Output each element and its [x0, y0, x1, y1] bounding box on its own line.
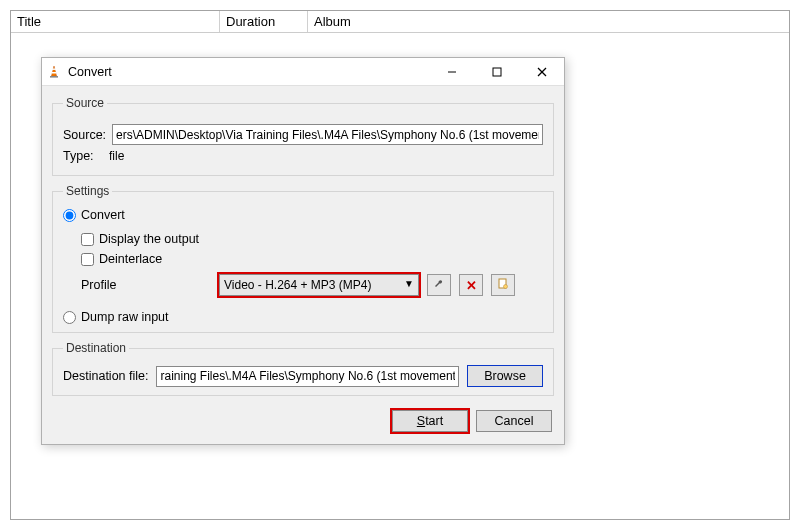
dump-radio-input[interactable] [63, 311, 76, 324]
svg-rect-2 [52, 72, 57, 74]
display-output-input[interactable] [81, 233, 94, 246]
source-input[interactable] [112, 124, 543, 145]
minimize-button[interactable] [429, 58, 474, 86]
svg-rect-3 [50, 76, 58, 78]
svg-rect-1 [52, 68, 56, 69]
titlebar[interactable]: Convert [42, 58, 564, 86]
browse-button[interactable]: Browse [467, 365, 543, 387]
close-button[interactable] [519, 58, 564, 86]
start-button[interactable]: Start [392, 410, 468, 432]
destination-input[interactable] [156, 366, 459, 387]
column-duration[interactable]: Duration [220, 11, 308, 32]
column-headers: Title Duration Album [11, 11, 789, 33]
type-value: file [109, 149, 124, 163]
delete-profile-button[interactable]: ✕ [459, 274, 483, 296]
svg-rect-5 [493, 68, 501, 76]
x-icon: ✕ [466, 278, 477, 293]
settings-group: Settings Convert Display the output Dein… [52, 184, 554, 333]
convert-radio-input[interactable] [63, 209, 76, 222]
column-title[interactable]: Title [11, 11, 220, 32]
dump-radio-label: Dump raw input [81, 310, 169, 324]
svg-marker-0 [52, 66, 57, 76]
destination-group: Destination Destination file: Browse [52, 341, 554, 396]
deinterlace-label: Deinterlace [99, 252, 162, 266]
display-output-checkbox[interactable]: Display the output [81, 232, 543, 246]
new-doc-icon [497, 278, 509, 293]
display-output-label: Display the output [99, 232, 199, 246]
cancel-button[interactable]: Cancel [476, 410, 552, 432]
destination-label: Destination file: [63, 369, 148, 383]
source-label: Source: [63, 128, 106, 142]
cancel-label: Cancel [495, 414, 534, 428]
source-group: Source Source: Type: file [52, 96, 554, 176]
convert-radio[interactable]: Convert [63, 208, 543, 222]
source-legend: Source [63, 96, 107, 110]
dialog-title: Convert [66, 65, 429, 79]
deinterlace-input[interactable] [81, 253, 94, 266]
profile-select[interactable]: Video - H.264 + MP3 (MP4) ▼ [219, 274, 419, 296]
maximize-button[interactable] [474, 58, 519, 86]
vlc-cone-icon [42, 65, 66, 79]
destination-legend: Destination [63, 341, 129, 355]
profile-value: Video - H.264 + MP3 (MP4) [224, 278, 372, 292]
convert-radio-label: Convert [81, 208, 125, 222]
convert-dialog: Convert Source Source: Type: file [41, 57, 565, 445]
settings-legend: Settings [63, 184, 112, 198]
type-label: Type: [63, 149, 103, 163]
playlist-panel: Title Duration Album Convert [10, 10, 790, 520]
chevron-down-icon: ▼ [404, 278, 414, 289]
new-profile-button[interactable] [491, 274, 515, 296]
browse-label: Browse [484, 369, 526, 383]
edit-profile-button[interactable] [427, 274, 451, 296]
profile-label: Profile [81, 278, 211, 292]
column-album[interactable]: Album [308, 11, 789, 32]
dialog-buttons: Start Cancel [52, 404, 554, 434]
wrench-icon [433, 278, 445, 293]
dump-radio[interactable]: Dump raw input [63, 310, 543, 324]
start-label: Start [417, 414, 443, 428]
deinterlace-checkbox[interactable]: Deinterlace [81, 252, 543, 266]
svg-point-9 [504, 284, 508, 288]
